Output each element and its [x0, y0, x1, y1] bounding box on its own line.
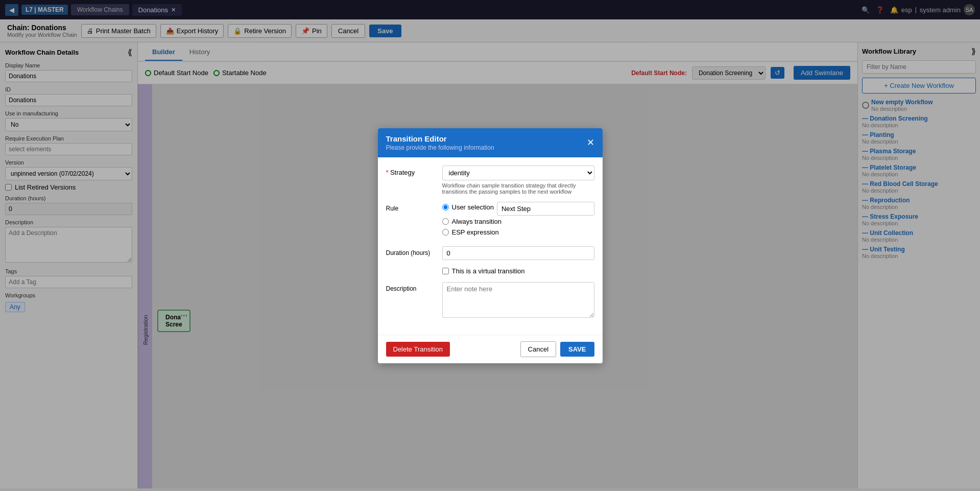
modal-duration-label: Duration (hours) [386, 246, 437, 256]
modal-save-button[interactable]: SAVE [560, 342, 594, 357]
modal-description-textarea[interactable] [442, 282, 594, 318]
always-transition-radio[interactable] [442, 218, 449, 225]
esp-expression-label: ESP expression [452, 228, 499, 236]
user-selection-radio[interactable] [442, 204, 449, 211]
esp-expression-radio[interactable] [442, 229, 449, 236]
modal-cancel-button[interactable]: Cancel [520, 341, 556, 357]
user-selection-label: User selection [452, 203, 494, 211]
rule-row: Rule User selection Always transition [386, 202, 594, 239]
modal-close-button[interactable]: ✕ [587, 137, 594, 148]
virtual-spacer [386, 267, 437, 270]
modal-overlay: Transition Editor Please provide the fol… [0, 0, 980, 491]
esp-expression-row: ESP expression [442, 228, 594, 236]
strategy-field: identity Workflow chain sample transitio… [442, 166, 594, 195]
rule-label: Rule [386, 202, 437, 212]
modal-description-row: Description [386, 282, 594, 319]
rule-value-input[interactable] [497, 202, 594, 216]
rule-section: User selection Always transition ESP exp… [442, 202, 594, 239]
virtual-transition-checkbox[interactable] [442, 268, 449, 274]
modal-footer: Delete Transition Cancel SAVE [378, 335, 603, 363]
modal-title: Transition Editor [386, 134, 494, 143]
modal-duration-input[interactable] [442, 246, 594, 260]
virtual-row: This is a virtual transition [386, 267, 594, 275]
strategy-label: * Strategy [386, 166, 437, 176]
duration-row: Duration (hours) [386, 246, 594, 260]
always-transition-label: Always transition [452, 218, 502, 225]
strategy-select[interactable]: identity [442, 166, 594, 180]
strategy-hint: Workflow chain sample transition strateg… [442, 182, 594, 195]
virtual-checkbox-row: This is a virtual transition [442, 267, 525, 275]
delete-transition-button[interactable]: Delete Transition [386, 342, 450, 357]
modal-duration-field [442, 246, 594, 260]
modal-header: Transition Editor Please provide the fol… [378, 128, 603, 157]
modal-description-label: Description [386, 282, 437, 292]
modal-body: * Strategy identity Workflow chain sampl… [378, 157, 603, 335]
modal-description-field [442, 282, 594, 319]
user-selection-row: User selection [442, 202, 594, 216]
transition-editor-modal: Transition Editor Please provide the fol… [378, 128, 603, 363]
virtual-transition-label: This is a virtual transition [452, 267, 525, 275]
modal-subtitle: Please provide the following information [386, 144, 494, 151]
always-transition-row: Always transition [442, 218, 594, 225]
strategy-row: * Strategy identity Workflow chain sampl… [386, 166, 594, 195]
